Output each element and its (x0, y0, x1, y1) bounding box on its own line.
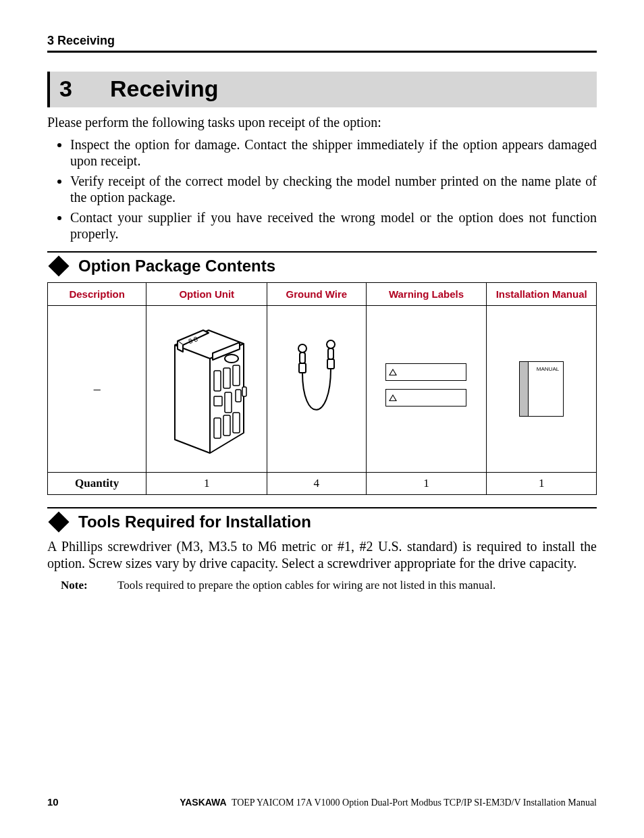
page-number: 10 (47, 796, 59, 808)
intro-paragraph: Please perform the following tasks upon … (47, 114, 597, 131)
manual-icon: MANUAL (519, 361, 564, 417)
col-header: Warning Labels (366, 283, 487, 306)
quantity-value: 4 (267, 473, 366, 495)
quantity-value: 1 (366, 473, 487, 495)
svg-rect-13 (233, 413, 240, 433)
note-text: Tools required to prepare the option cab… (117, 579, 597, 592)
list-item: Inspect the option for damage. Contact t… (70, 136, 597, 169)
svg-rect-5 (223, 368, 230, 388)
svg-point-15 (298, 344, 306, 352)
svg-rect-16 (300, 352, 305, 363)
task-list: Inspect the option for damage. Contact t… (47, 136, 597, 242)
svg-rect-6 (233, 365, 240, 386)
svg-rect-12 (223, 415, 230, 436)
note: Note: Tools required to prepare the opti… (61, 579, 597, 592)
tools-paragraph: A Phillips screwdriver (M3, M3.5 to M6 m… (47, 538, 597, 572)
table-row: Quantity 1 4 1 1 (48, 473, 597, 495)
chapter-title: Receiving (110, 76, 219, 102)
svg-rect-10 (242, 387, 246, 396)
option-unit-illustration: 8 8 (146, 306, 267, 473)
page-footer: 10 YASKAWA TOEP YAICOM 17A V1000 Option … (47, 796, 597, 808)
col-header: Ground Wire (267, 283, 366, 306)
svg-rect-17 (299, 363, 306, 373)
svg-rect-7 (214, 396, 222, 406)
package-contents-table: Description Option Unit Ground Wire Warn… (47, 282, 597, 495)
warning-labels-illustration: ! ! (366, 306, 487, 473)
table-row: – (48, 306, 597, 473)
quantity-label: Quantity (48, 473, 146, 495)
col-header: Description (48, 283, 146, 306)
svg-rect-9 (236, 390, 241, 402)
note-label: Note: (61, 579, 117, 592)
running-header: 3 Receiving (47, 34, 597, 53)
section-divider (47, 507, 597, 508)
col-header: Installation Manual (487, 283, 597, 306)
ground-wire-illustration (267, 306, 366, 473)
option-unit-icon: 8 8 (156, 318, 257, 460)
col-header: Option Unit (146, 283, 267, 306)
quantity-value: 1 (487, 473, 597, 495)
svg-rect-4 (214, 371, 221, 391)
diamond-icon (48, 255, 69, 276)
description-cell: – (48, 306, 146, 473)
chapter-heading-bar: 3 Receiving (47, 72, 597, 107)
warning-label-icon: ! ! (385, 363, 466, 407)
section-title: Tools Required for Installation (78, 513, 311, 531)
section-heading: Option Package Contents (47, 257, 597, 276)
table-row: Description Option Unit Ground Wire Warn… (48, 283, 597, 306)
svg-point-18 (327, 340, 335, 348)
ground-wire-icon (286, 335, 347, 443)
chapter-number: 3 (59, 76, 72, 102)
svg-rect-8 (225, 392, 232, 413)
footer-brand: YASKAWA (180, 797, 227, 808)
section-title: Option Package Contents (78, 257, 275, 276)
section-divider (47, 251, 597, 253)
list-item: Verify receipt of the correct model by c… (70, 173, 597, 205)
diamond-icon (48, 511, 69, 532)
svg-rect-19 (328, 348, 333, 359)
list-item: Contact your supplier if you have receiv… (70, 209, 597, 242)
svg-rect-11 (214, 418, 221, 438)
section-heading: Tools Required for Installation (47, 513, 597, 531)
manual-illustration: MANUAL (487, 306, 597, 473)
svg-rect-20 (327, 359, 334, 369)
quantity-value: 1 (146, 473, 267, 495)
footer-doc-title: TOEP YAICOM 17A V1000 Option Dual-Port M… (230, 797, 597, 808)
